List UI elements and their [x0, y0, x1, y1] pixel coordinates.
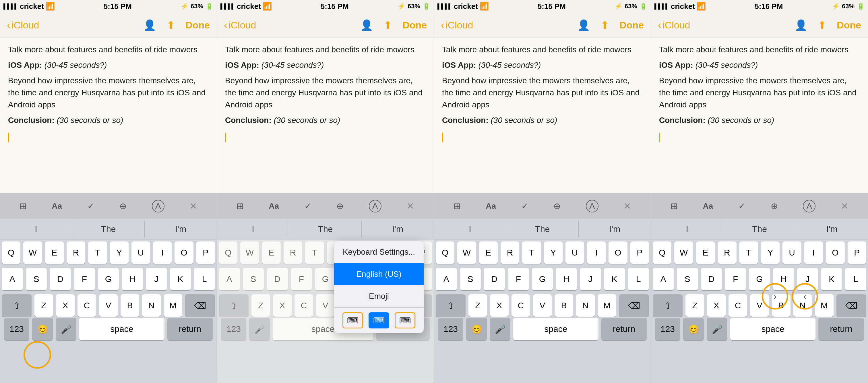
key-w-3[interactable]: W	[457, 241, 476, 264]
key-shift-1[interactable]: ⇧	[2, 294, 32, 317]
key-shift-3[interactable]: ⇧	[436, 294, 466, 317]
key-y-4[interactable]: Y	[761, 241, 780, 264]
menu-emoji-2[interactable]: Emoji	[334, 285, 424, 307]
menu-english-us-2[interactable]: English (US)	[334, 263, 424, 285]
key-a-1[interactable]: A	[2, 268, 23, 290]
key-s-3[interactable]: S	[460, 268, 481, 290]
key-o-4[interactable]: O	[826, 241, 844, 264]
done-button-3[interactable]: Done	[619, 20, 644, 31]
suggestion-the-4[interactable]: The	[723, 221, 796, 237]
close-icon-2[interactable]: ✕	[406, 201, 414, 212]
suggestion-the-1[interactable]: The	[72, 221, 145, 237]
key-space-4[interactable]: space	[730, 318, 815, 340]
close-icon-3[interactable]: ✕	[623, 201, 631, 212]
add-icon-1[interactable]: ⊕	[119, 201, 127, 211]
key-emoji-3[interactable]: 😊	[466, 318, 487, 340]
key-g-1[interactable]: G	[98, 268, 119, 290]
text-format-icon-2[interactable]: Aa	[269, 202, 279, 211]
key-d-1[interactable]: D	[50, 268, 71, 290]
key-i-4[interactable]: I	[804, 241, 823, 264]
key-delete-4[interactable]: ⌫	[836, 294, 866, 317]
key-t-3[interactable]: T	[522, 241, 541, 264]
key-k-3[interactable]: K	[604, 268, 625, 290]
suggestion-i-3[interactable]: I	[434, 221, 506, 237]
key-d-3[interactable]: D	[484, 268, 505, 290]
back-button-2[interactable]: ‹ iCloud	[224, 19, 256, 31]
key-x-3[interactable]: X	[490, 294, 508, 317]
key-emoji-1[interactable]: 😊	[32, 318, 53, 340]
key-m-1[interactable]: M	[164, 294, 182, 317]
add-person-icon-2[interactable]: 👤	[360, 19, 373, 31]
key-o-3[interactable]: O	[609, 241, 627, 264]
kb-icon-active-2[interactable]: ⌨	[369, 313, 389, 328]
key-r-3[interactable]: R	[501, 241, 519, 264]
key-m-3[interactable]: M	[598, 294, 616, 317]
key-q-3[interactable]: Q	[436, 241, 454, 264]
key-s-1[interactable]: S	[26, 268, 47, 290]
key-v-1[interactable]: V	[99, 294, 118, 317]
key-d-4[interactable]: D	[701, 268, 722, 290]
key-k-4[interactable]: K	[821, 268, 842, 290]
key-shift-4[interactable]: ⇧	[653, 294, 683, 317]
add-icon-2[interactable]: ⊕	[336, 201, 344, 211]
suggestion-im-1[interactable]: I'm	[145, 221, 217, 237]
key-f-3[interactable]: F	[508, 268, 529, 290]
key-a-3[interactable]: A	[436, 268, 457, 290]
back-button-3[interactable]: ‹ iCloud	[441, 19, 473, 31]
checklist-icon-2[interactable]: ✓	[304, 201, 311, 211]
handwriting-icon-1[interactable]: A	[152, 200, 164, 212]
key-u-4[interactable]: U	[782, 241, 801, 264]
handwriting-icon-2[interactable]: A	[369, 200, 381, 212]
key-j-3[interactable]: J	[580, 268, 601, 290]
key-c-4[interactable]: C	[728, 294, 747, 317]
close-icon-4[interactable]: ✕	[841, 201, 848, 212]
suggestion-the-2[interactable]: The	[289, 221, 362, 237]
key-r-1[interactable]: R	[67, 241, 85, 264]
kb-icon-regular-right-2[interactable]: ⌨	[395, 313, 415, 328]
key-t-1[interactable]: T	[88, 241, 107, 264]
key-delete-1[interactable]: ⌫	[185, 294, 215, 317]
key-n-3[interactable]: N	[576, 294, 595, 317]
done-button-4[interactable]: Done	[837, 20, 861, 31]
key-123-3[interactable]: 123	[438, 318, 463, 340]
key-o-1[interactable]: O	[175, 241, 193, 264]
key-c-1[interactable]: C	[78, 294, 96, 317]
key-b-3[interactable]: B	[555, 294, 573, 317]
key-g-3[interactable]: G	[532, 268, 553, 290]
key-i-3[interactable]: I	[587, 241, 606, 264]
key-delete-3[interactable]: ⌫	[619, 294, 649, 317]
key-emoji-4[interactable]: 😊	[683, 318, 704, 340]
share-icon-2[interactable]: ⬆	[383, 19, 392, 31]
add-icon-3[interactable]: ⊕	[553, 201, 561, 211]
text-format-icon-4[interactable]: Aa	[703, 202, 713, 211]
close-icon-1[interactable]: ✕	[189, 201, 197, 212]
key-a-4[interactable]: A	[653, 268, 674, 290]
share-icon-3[interactable]: ⬆	[600, 19, 609, 31]
key-t-4[interactable]: T	[739, 241, 758, 264]
key-e-4[interactable]: E	[696, 241, 715, 264]
checklist-icon-3[interactable]: ✓	[521, 201, 528, 211]
handwriting-icon-4[interactable]: A	[803, 200, 815, 212]
back-button-4[interactable]: ‹ iCloud	[658, 19, 690, 31]
key-v-3[interactable]: V	[533, 294, 552, 317]
done-button-1[interactable]: Done	[185, 20, 210, 31]
suggestion-i-2[interactable]: I	[217, 221, 289, 237]
suggestion-im-4[interactable]: I'm	[796, 221, 868, 237]
suggestion-the-3[interactable]: The	[506, 221, 579, 237]
key-w-4[interactable]: W	[674, 241, 693, 264]
menu-keyboard-settings-2[interactable]: Keyboard Settings...	[334, 241, 424, 263]
add-icon-4[interactable]: ⊕	[771, 201, 778, 211]
kb-icon-regular-left-2[interactable]: ⌨	[342, 313, 363, 328]
key-h-3[interactable]: H	[556, 268, 577, 290]
suggestion-i-4[interactable]: I	[651, 221, 723, 237]
key-z-1[interactable]: Z	[34, 294, 53, 317]
key-b-1[interactable]: B	[121, 294, 139, 317]
handwriting-icon-3[interactable]: A	[586, 200, 598, 212]
key-mic-1[interactable]: 🎤	[56, 318, 76, 340]
done-button-2[interactable]: Done	[402, 20, 427, 31]
key-p-4[interactable]: P	[848, 241, 866, 264]
key-p-3[interactable]: P	[630, 241, 649, 264]
key-z-4[interactable]: Z	[685, 294, 704, 317]
checklist-icon-1[interactable]: ✓	[87, 201, 94, 211]
key-l-4[interactable]: L	[845, 268, 866, 290]
